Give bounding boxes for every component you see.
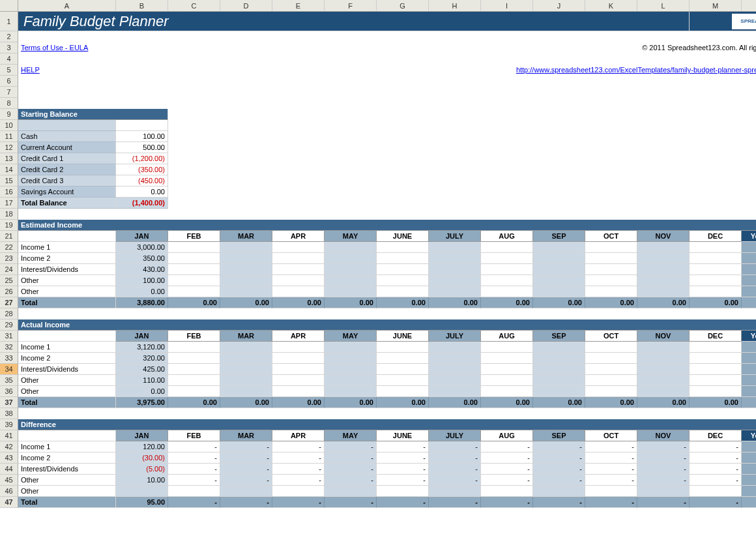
- row-header-46[interactable]: 46: [0, 486, 18, 497]
- row-header-35[interactable]: 35: [0, 375, 18, 386]
- row-header-16[interactable]: 16: [0, 186, 18, 198]
- income-cell[interactable]: 110.00: [116, 375, 168, 386]
- income-cell[interactable]: [325, 375, 377, 386]
- income-cell[interactable]: [325, 253, 377, 264]
- col-header-E[interactable]: E: [272, 0, 325, 11]
- income-cell[interactable]: [585, 286, 637, 297]
- income-cell[interactable]: [533, 375, 585, 386]
- row-header-42[interactable]: 42: [0, 441, 18, 452]
- col-header-G[interactable]: G: [377, 0, 429, 11]
- income-cell[interactable]: -: [533, 452, 585, 464]
- income-cell[interactable]: [637, 253, 690, 264]
- income-cell[interactable]: -: [220, 441, 272, 452]
- income-cell[interactable]: [168, 242, 220, 253]
- income-label[interactable]: Other: [18, 486, 116, 497]
- income-cell[interactable]: [377, 486, 429, 497]
- row-header-28[interactable]: 28: [0, 308, 18, 319]
- income-cell[interactable]: -: [585, 452, 637, 464]
- income-cell[interactable]: [481, 342, 533, 353]
- income-cell[interactable]: 3,000.00: [116, 242, 168, 253]
- income-cell[interactable]: [481, 486, 533, 497]
- income-cell[interactable]: [585, 364, 637, 375]
- income-cell[interactable]: [377, 342, 429, 353]
- col-header-H[interactable]: H: [429, 0, 481, 11]
- col-header-K[interactable]: K: [585, 0, 637, 11]
- row-header-26[interactable]: 26: [0, 286, 18, 297]
- income-label[interactable]: Other: [18, 275, 116, 286]
- income-cell[interactable]: -: [533, 475, 585, 486]
- income-cell[interactable]: [377, 375, 429, 386]
- income-cell[interactable]: -: [690, 441, 742, 452]
- income-cell[interactable]: [533, 286, 585, 297]
- income-cell[interactable]: [272, 286, 325, 297]
- row-header-19[interactable]: 19: [0, 220, 18, 231]
- income-cell[interactable]: [272, 342, 325, 353]
- income-cell[interactable]: -: [168, 452, 220, 464]
- income-cell[interactable]: [585, 253, 637, 264]
- income-cell[interactable]: -: [533, 464, 585, 475]
- income-cell[interactable]: -: [585, 464, 637, 475]
- income-cell[interactable]: [220, 486, 272, 497]
- row-header-3[interactable]: 3: [0, 42, 18, 53]
- income-cell[interactable]: [690, 386, 742, 397]
- income-cell[interactable]: [220, 253, 272, 264]
- income-cell[interactable]: [429, 253, 481, 264]
- income-cell[interactable]: -: [325, 452, 377, 464]
- row-header-17[interactable]: 17: [0, 198, 18, 209]
- row-header-13[interactable]: 13: [0, 153, 18, 164]
- income-cell[interactable]: -: [272, 464, 325, 475]
- income-cell[interactable]: [168, 364, 220, 375]
- income-cell[interactable]: [585, 375, 637, 386]
- income-cell[interactable]: -: [272, 452, 325, 464]
- terms-link[interactable]: Terms of Use - EULA: [21, 44, 88, 52]
- income-cell[interactable]: [585, 486, 637, 497]
- income-cell[interactable]: [429, 486, 481, 497]
- row-header-44[interactable]: 44: [0, 464, 18, 475]
- income-cell[interactable]: [429, 375, 481, 386]
- income-cell[interactable]: [168, 386, 220, 397]
- income-cell[interactable]: 10.00: [116, 475, 168, 486]
- income-cell[interactable]: 0.00: [116, 386, 168, 397]
- income-cell[interactable]: [533, 342, 585, 353]
- balance-value[interactable]: (1,200.00): [116, 153, 168, 164]
- income-cell[interactable]: [272, 242, 325, 253]
- income-cell[interactable]: [325, 286, 377, 297]
- income-cell[interactable]: [325, 242, 377, 253]
- row-header-4[interactable]: 4: [0, 53, 18, 65]
- income-cell[interactable]: 430.00: [116, 264, 168, 275]
- income-cell[interactable]: [220, 242, 272, 253]
- income-cell[interactable]: [637, 264, 690, 275]
- income-cell[interactable]: [690, 342, 742, 353]
- help-link[interactable]: HELP: [21, 66, 40, 74]
- income-cell[interactable]: [637, 364, 690, 375]
- income-cell[interactable]: [272, 486, 325, 497]
- balance-value[interactable]: (350.00): [116, 164, 168, 175]
- income-cell[interactable]: -: [481, 452, 533, 464]
- col-header-B[interactable]: B: [116, 0, 168, 11]
- income-cell[interactable]: [168, 264, 220, 275]
- row-header-12[interactable]: 12: [0, 142, 18, 153]
- income-cell[interactable]: -: [429, 464, 481, 475]
- income-cell[interactable]: [533, 264, 585, 275]
- row-header-24[interactable]: 24: [0, 264, 18, 275]
- income-cell[interactable]: -: [585, 441, 637, 452]
- income-cell[interactable]: -: [168, 475, 220, 486]
- income-cell[interactable]: [116, 486, 168, 497]
- income-cell[interactable]: -: [429, 452, 481, 464]
- income-cell[interactable]: (5.00): [116, 464, 168, 475]
- income-cell[interactable]: [325, 264, 377, 275]
- income-label[interactable]: Interest/Dividends: [18, 364, 116, 375]
- income-cell[interactable]: [481, 264, 533, 275]
- row-header-7[interactable]: 7: [0, 87, 18, 98]
- income-cell[interactable]: [325, 364, 377, 375]
- balance-label[interactable]: Credit Card 3: [18, 175, 116, 186]
- balance-label[interactable]: Current Account: [18, 142, 116, 153]
- income-cell[interactable]: -: [377, 452, 429, 464]
- income-cell[interactable]: [533, 364, 585, 375]
- col-header-J[interactable]: J: [533, 0, 585, 11]
- income-cell[interactable]: [272, 353, 325, 364]
- income-cell[interactable]: [637, 286, 690, 297]
- row-header-47[interactable]: 47: [0, 497, 18, 508]
- income-cell[interactable]: [220, 342, 272, 353]
- income-cell[interactable]: [690, 286, 742, 297]
